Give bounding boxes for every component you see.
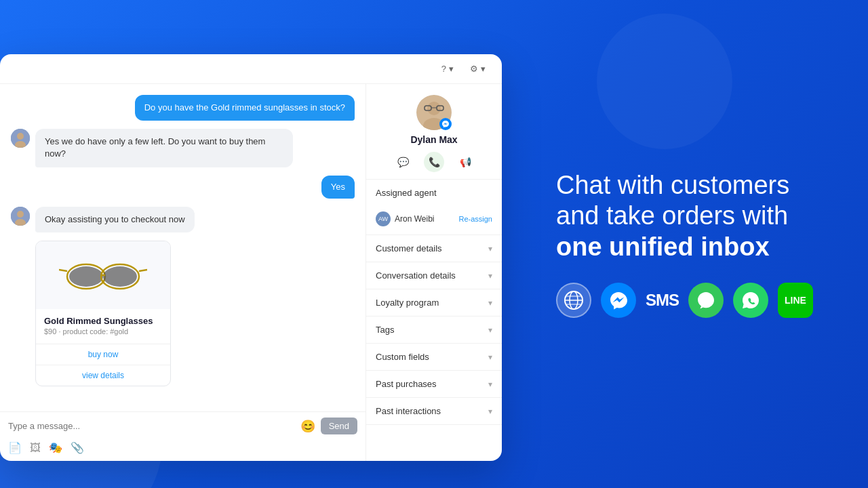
svg-point-7 [69,266,103,287]
chat-messages: Do you have the Gold rimmed sunglasses i… [0,84,366,411]
tags-header[interactable]: Tags ▾ [366,317,502,343]
svg-point-14 [427,102,441,115]
conversation-details-section[interactable]: Conversation details ▾ [366,262,502,289]
call-action-icon[interactable]: 📞 [424,152,444,172]
sunglasses-svg [59,256,147,293]
contact-avatar-wrap [416,95,452,130]
loyalty-program-header[interactable]: Loyalty program ▾ [366,289,502,316]
view-details-button[interactable]: view details [36,365,170,386]
custom-fields-label: Custom fields [376,352,429,362]
buy-now-button[interactable]: buy now [36,344,170,365]
product-actions: buy now view details [36,344,170,386]
past-interactions-section[interactable]: Past interactions ▾ [366,398,502,425]
custom-fields-header[interactable]: Custom fields ▾ [366,344,502,370]
channel-line-icon: LINE [778,283,813,318]
tags-chevron: ▾ [488,325,492,335]
past-purchases-section[interactable]: Past purchases ▾ [366,371,502,398]
settings-chevron: ▾ [481,64,486,74]
chat-input-area: 😊 Send 📄 🖼 🎭 📎 [0,411,366,461]
product-image [36,241,170,309]
contact-actions: 💬 📞 📢 [393,152,475,172]
assigned-agent-section: Assigned agent AW Aron Weibi Re-assign [366,180,502,235]
messenger-icon-small [442,121,449,127]
agent-message-row-1: Yes we do have only a few left. Do you w… [11,129,355,167]
send-button[interactable]: Send [321,418,357,434]
message-input[interactable] [8,421,295,431]
channel-sms-icon: SMS [646,291,679,310]
past-interactions-label: Past interactions [376,406,441,416]
svg-point-1 [17,133,24,140]
tags-section[interactable]: Tags ▾ [366,317,502,344]
channel-imessage-icon [688,283,724,318]
settings-button[interactable]: ⚙ ▾ [465,61,491,77]
help-button[interactable]: ? ▾ [436,61,459,77]
agent-avatar-2 [11,207,30,226]
product-info: Gold Rimmed Sunglasses $90 · product cod… [36,309,170,338]
customer-details-chevron: ▾ [488,244,492,253]
attachment-icon[interactable]: 📄 [8,441,22,454]
agent-name: Aron Weibi [395,214,434,224]
loyalty-program-chevron: ▾ [488,298,492,308]
product-price: $90 · product code: #gold [44,327,162,336]
image-icon[interactable]: 🖼 [30,442,41,454]
tags-label: Tags [376,325,394,335]
agent-avatar-1 [11,129,30,148]
svg-point-9 [103,266,137,287]
help-chevron: ▾ [449,64,454,74]
custom-fields-section[interactable]: Custom fields ▾ [366,344,502,371]
chat-area: Do you have the Gold rimmed sunglasses i… [0,84,366,461]
past-purchases-chevron: ▾ [488,380,492,389]
channel-globe-icon [556,283,591,318]
link-icon[interactable]: 📎 [71,441,84,454]
gif-icon[interactable]: 🎭 [49,441,62,454]
contact-header: Dylan Max 💬 📞 📢 [366,84,502,180]
line-text: LINE [785,295,806,306]
marketing-headline: Chat with customersand take orders with … [556,170,827,263]
conversation-details-header[interactable]: Conversation details ▾ [366,262,502,289]
messenger-svg [609,291,628,310]
assigned-agent-label: Assigned agent [376,188,437,198]
whatsapp-svg [741,291,760,310]
custom-fields-chevron: ▾ [488,352,492,362]
svg-line-11 [59,270,67,271]
user-confirm-bubble: Yes [321,176,355,199]
agent-info: AW Aron Weibi [376,211,434,226]
loyalty-program-section[interactable]: Loyalty program ▾ [366,289,502,317]
settings-icon: ⚙ [470,64,478,74]
chat-action-icon[interactable]: 💬 [393,152,413,172]
main-chat-card: ? ▾ ⚙ ▾ Do you have the Gold rimmed sung… [0,54,502,461]
emoji-button[interactable]: 😊 [300,419,315,434]
product-card: Gold Rimmed Sunglasses $90 · product cod… [35,241,171,386]
notify-action-icon[interactable]: 📢 [455,152,475,172]
card-body: Do you have the Gold rimmed sunglasses i… [0,84,502,461]
agent-avatar-small: AW [376,211,391,226]
marketing-bold: one unified inbox [556,232,770,261]
card-topbar: ? ▾ ⚙ ▾ [0,54,502,84]
conversation-details-label: Conversation details [376,270,456,281]
past-purchases-header[interactable]: Past purchases ▾ [366,371,502,397]
assigned-agent-header: Assigned agent [366,180,502,206]
chat-toolbar: 📄 🖼 🎭 📎 [8,440,357,455]
help-icon: ? [441,64,446,74]
user-confirm-row: Yes [11,176,355,199]
agent-face-icon-2 [11,207,30,226]
channel-messenger-icon [601,283,636,318]
agent-message-bubble-1: Yes we do have only a few left. Do you w… [35,129,293,167]
loyalty-program-label: Loyalty program [376,298,439,308]
right-sidebar: Dylan Max 💬 📞 📢 Assigned agent AW Aron W… [366,84,502,461]
past-interactions-chevron: ▾ [488,407,492,416]
user-message-bubble: Do you have the Gold rimmed sunglasses i… [135,95,355,121]
past-interactions-header[interactable]: Past interactions ▾ [366,398,502,424]
channel-icons: SMS LINE [556,283,827,318]
agent-message-row-2: Okay assisting you to checkout now [11,207,355,232]
agent-face-icon [11,129,30,148]
customer-details-section[interactable]: Customer details ▾ [366,235,502,262]
chat-input-row: 😊 Send [8,418,357,434]
reassign-button[interactable]: Re-assign [458,215,492,223]
messenger-badge [439,118,452,130]
svg-line-12 [139,270,147,271]
customer-details-header[interactable]: Customer details ▾ [366,235,502,262]
channel-whatsapp-icon [733,283,768,318]
conversation-details-chevron: ▾ [488,271,492,281]
past-purchases-label: Past purchases [376,379,437,389]
